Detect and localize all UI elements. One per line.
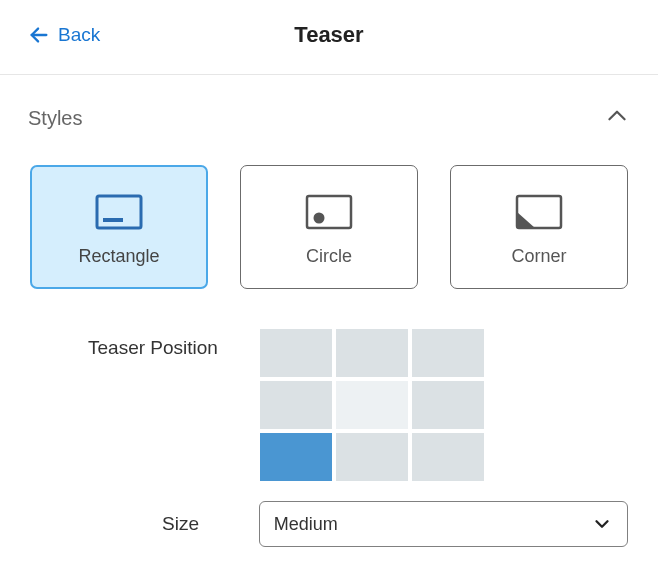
header: Back Teaser [0,0,658,74]
collapse-toggle[interactable] [604,103,630,133]
chevron-up-icon [604,103,630,129]
svg-point-4 [314,212,325,223]
svg-rect-1 [97,196,141,228]
style-option-corner[interactable]: Corner [450,165,628,289]
position-top-right[interactable] [412,329,484,377]
corner-icon [515,188,563,236]
style-label: Rectangle [78,246,159,267]
style-label: Corner [511,246,566,267]
position-middle-right[interactable] [412,381,484,429]
rectangle-icon [95,188,143,236]
arrow-left-icon [28,24,50,46]
size-label: Size [30,513,259,535]
chevron-down-icon [591,513,613,535]
size-select[interactable]: Medium [259,501,628,547]
position-bottom-right[interactable] [412,433,484,481]
style-option-rectangle[interactable]: Rectangle [30,165,208,289]
svg-rect-3 [307,196,351,228]
position-bottom-center[interactable] [336,433,408,481]
circle-icon [305,188,353,236]
size-row: Size Medium [0,481,658,547]
styles-section-title: Styles [28,107,82,130]
position-grid [260,329,484,481]
position-top-center[interactable] [336,329,408,377]
teaser-position-row: Teaser Position [0,309,658,481]
page-title: Teaser [294,22,363,48]
size-select-wrap: Medium [259,501,628,547]
styles-section-header: Styles [0,75,658,141]
styles-row: Rectangle Circle Corner [0,141,658,309]
back-label: Back [58,24,100,46]
back-button[interactable]: Back [28,24,100,46]
size-value: Medium [274,514,338,535]
teaser-position-label: Teaser Position [30,329,260,359]
style-option-circle[interactable]: Circle [240,165,418,289]
position-middle-center[interactable] [336,381,408,429]
style-label: Circle [306,246,352,267]
position-top-left[interactable] [260,329,332,377]
svg-rect-2 [103,218,123,222]
position-middle-left[interactable] [260,381,332,429]
position-bottom-left[interactable] [260,433,332,481]
